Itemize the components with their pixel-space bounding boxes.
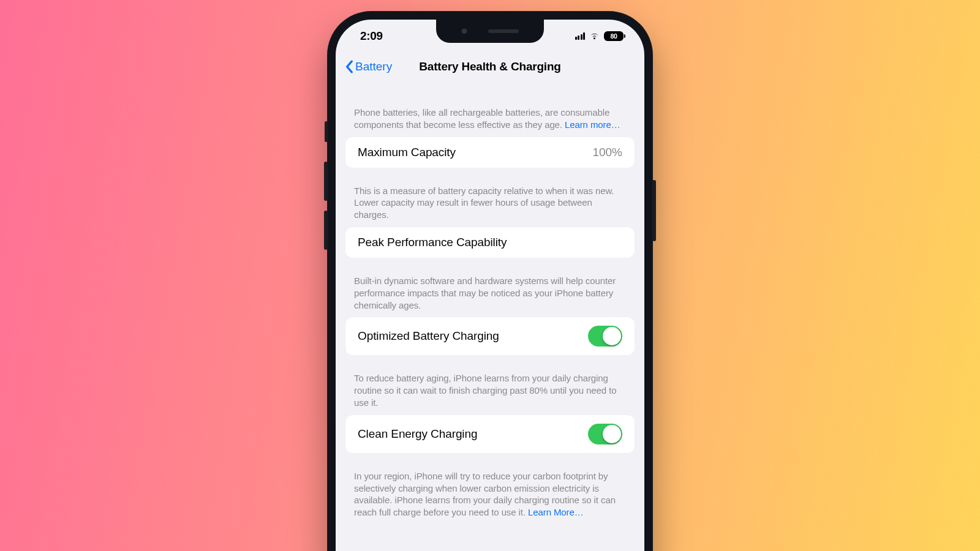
cellular-signal-icon — [575, 32, 586, 40]
page-title: Battery Health & Charging — [419, 60, 560, 73]
maximum-capacity-value: 100% — [592, 146, 622, 159]
front-camera — [461, 28, 467, 34]
capacity-footer: This is a measure of battery capacity re… — [345, 168, 635, 227]
phone-mockup: 2:09 80 Battery — [327, 11, 653, 551]
chevron-left-icon — [345, 60, 354, 73]
clean-energy-toggle[interactable] — [588, 424, 622, 444]
phone-screen: 2:09 80 Battery — [336, 20, 644, 551]
wifi-icon — [589, 32, 600, 40]
notch — [436, 20, 544, 43]
clean-learn-more-link[interactable]: Learn More… — [528, 507, 584, 517]
nav-back-button[interactable]: Battery — [345, 60, 392, 73]
battery-indicator: 80 — [604, 31, 624, 41]
peak-performance-label: Peak Performance Capability — [358, 236, 507, 249]
intro-description: Phone batteries, like all rechargeable b… — [345, 81, 635, 137]
learn-more-link[interactable]: Learn more… — [565, 119, 620, 130]
optimized-charging-cell: Optimized Battery Charging — [345, 317, 635, 355]
clean-energy-cell: Clean Energy Charging — [345, 415, 635, 453]
optimized-charging-toggle[interactable] — [588, 326, 622, 347]
battery-percent: 80 — [610, 32, 617, 40]
peak-performance-cell[interactable]: Peak Performance Capability — [345, 227, 635, 258]
status-time: 2:09 — [360, 29, 383, 43]
maximum-capacity-label: Maximum Capacity — [358, 146, 456, 159]
volume-up-button — [324, 162, 328, 201]
gradient-stage: 2:09 80 Battery — [0, 0, 980, 551]
maximum-capacity-cell[interactable]: Maximum Capacity 100% — [345, 137, 635, 168]
optimized-charging-label: Optimized Battery Charging — [358, 329, 499, 343]
optimized-footer: To reduce battery aging, iPhone learns f… — [345, 355, 635, 414]
nav-bar: Battery Battery Health & Charging — [336, 53, 644, 81]
status-right-cluster: 80 — [575, 31, 624, 41]
clean-footer: In your region, iPhone will try to reduc… — [345, 453, 635, 525]
clean-energy-label: Clean Energy Charging — [358, 427, 477, 441]
peak-footer: Built-in dynamic software and hardware s… — [345, 258, 635, 317]
earpiece-speaker — [488, 29, 519, 33]
volume-down-button — [324, 211, 328, 250]
mute-switch — [325, 121, 328, 142]
nav-back-label: Battery — [355, 60, 392, 73]
power-button — [652, 180, 656, 241]
settings-content: Phone batteries, like all rechargeable b… — [336, 81, 644, 549]
